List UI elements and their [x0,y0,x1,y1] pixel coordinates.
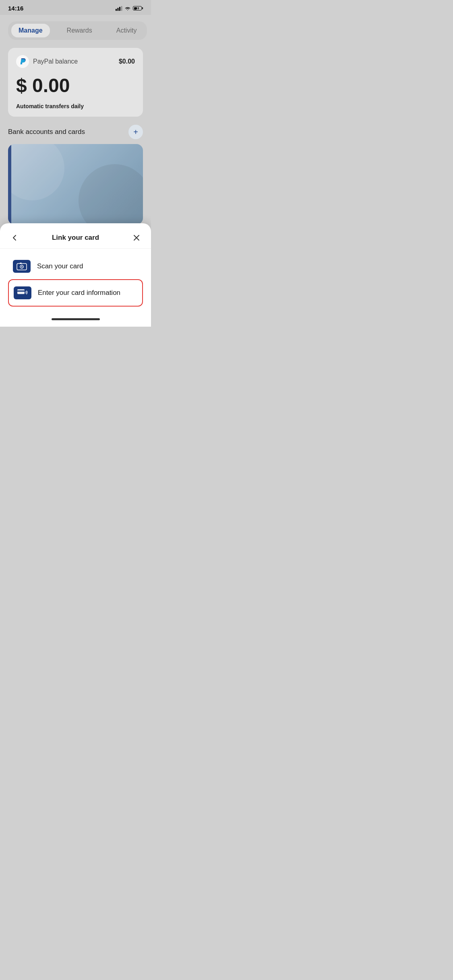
balance-card: PayPal balance $0.00 $ 0.00 Automatic tr… [8,48,143,117]
signal-icon [116,6,122,11]
balance-label: PayPal balance [33,58,78,65]
status-icons: 43 [116,6,143,11]
close-icon [132,234,141,242]
svg-rect-3 [121,6,122,11]
tab-activity[interactable]: Activity [109,24,144,37]
wifi-icon [124,6,131,11]
add-bank-button[interactable]: + [128,125,143,139]
main-content: Manage Rewards Activity PayPal balance $… [0,15,151,231]
home-bar [52,318,100,320]
enter-card-info-option[interactable]: Enter your card information [8,279,143,307]
bank-section-title: Bank accounts and cards [8,128,85,136]
svg-rect-10 [17,290,25,292]
scan-card-label: Scan your card [37,262,83,270]
bank-section-header: Bank accounts and cards + [8,125,143,139]
tab-manage[interactable]: Manage [11,24,50,37]
battery-level: 43 [136,6,139,10]
enter-card-label: Enter your card information [38,289,120,297]
status-time: 14:16 [8,5,23,12]
card-visual [8,144,143,224]
svg-rect-2 [119,7,120,11]
tab-rewards[interactable]: Rewards [60,24,99,37]
card-accent [8,144,11,224]
scan-icon [13,260,31,273]
svg-rect-1 [118,8,119,11]
back-button[interactable] [8,231,21,244]
scan-card-option[interactable]: Scan your card [8,253,143,279]
home-indicator [0,315,151,327]
svg-point-8 [21,266,23,268]
balance-header: PayPal balance $0.00 [16,55,135,68]
balance-big-amount: $ 0.00 [16,74,135,97]
bottom-sheet-header: Link your card [0,223,151,249]
battery-icon: 43 [133,6,143,10]
status-bar: 14:16 43 [0,0,151,15]
balance-footer-text: Automatic transfers daily [16,103,135,109]
card-nfc-icon [14,286,31,299]
balance-header-left: PayPal balance [16,55,78,68]
close-button[interactable] [130,231,143,244]
back-icon [10,234,19,242]
balance-header-amount: $0.00 [119,58,135,65]
svg-rect-7 [20,263,22,264]
bottom-sheet-title: Link your card [52,234,99,242]
svg-rect-0 [116,9,117,11]
tabs-container: Manage Rewards Activity [8,21,147,40]
bottom-sheet: Link your card Scan your card [0,223,151,327]
sheet-options: Scan your card Enter your card informati… [0,249,151,315]
paypal-logo-icon [16,55,29,68]
